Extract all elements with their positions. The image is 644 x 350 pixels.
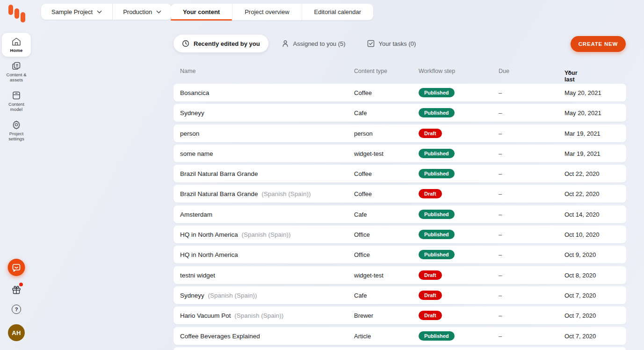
environment-name: Production [123,8,152,15]
cell-name: some name [180,150,213,157]
table-row[interactable]: Sydneyy (Spanish (Spain)) Cafe Draft – O… [174,286,626,304]
sort-desc-icon: ▼ [568,70,572,74]
cell-last-edit: Oct 14, 2020 [564,211,599,218]
filter-assigned-to-you[interactable]: Assigned to you (5) [273,35,354,52]
filter-your-tasks[interactable]: Your tasks (0) [359,35,425,52]
project-name: Sample Project [51,8,93,15]
logo-bar [8,5,13,15]
sidebar-item-label: Home [10,48,23,53]
tab-your-content[interactable]: Your content [171,4,232,20]
column-header-workflow-step[interactable]: Workflow step [419,68,455,74]
filter-recently-edited[interactable]: Recently edited by you [174,35,268,52]
cell-content-type: Cafe [354,211,367,218]
table-row[interactable]: Coffee Beverages Explained Article Publi… [174,327,626,345]
cell-language-variant: (Spanish (Spain)) [240,231,291,238]
cell-language-variant: (Spanish (Spain)) [260,190,311,197]
table-row-partial[interactable] [174,347,626,350]
filter-bar: Recently edited by you Assigned to you (… [174,35,424,52]
cell-last-edit: Oct 7, 2020 [564,292,596,299]
cell-due: – [499,170,502,177]
workflow-step-badge: Published [419,88,455,97]
sidebar: Home Content & assets Content model [0,0,33,350]
user-avatar[interactable]: AH [8,324,25,341]
cell-last-edit: May 20, 2021 [564,89,601,96]
cell-name: Coffee Beverages Explained [180,332,260,339]
workflow-step-badge: Draft [419,291,442,300]
cell-language-variant: (Spanish (Spain)) [206,292,257,299]
logo-bar [14,8,19,19]
table-row[interactable]: some name widget-test Published – Mar 19… [174,145,626,162]
cell-content-type: Coffee [354,170,372,177]
cell-name: HQ in North America [180,251,238,258]
cell-content-type: Article [354,332,371,339]
filter-label: Recently edited by you [194,40,260,47]
sidebar-item-content-assets[interactable]: Content & assets [2,57,31,86]
cell-last-edit: Mar 19, 2021 [564,150,601,157]
cell-due: – [499,190,502,197]
column-header-due[interactable]: Due [499,68,509,74]
cell-due: – [499,130,502,137]
cell-content-type: Coffee [354,89,372,96]
cell-content-type: Cafe [354,109,367,117]
workflow-step-badge: Draft [419,129,442,138]
project-selector[interactable]: Sample Project [41,4,112,20]
sidebar-item-content-model[interactable]: Content model [2,87,31,116]
table-row[interactable]: Hario Vacuum Pot (Spanish (Spain)) Brewe… [174,306,626,324]
cell-name: Amsterdam [180,211,212,218]
cell-due: – [499,109,502,117]
filter-label: Your tasks (0) [379,40,416,47]
clock-icon [182,40,189,47]
table-row[interactable]: Brazil Natural Barra Grande Coffee Publi… [174,165,626,182]
table-row[interactable]: HQ in North America Office Published – O… [174,246,626,263]
cell-due: – [499,251,502,258]
content-model-icon [11,91,22,100]
content-assets-icon [11,61,22,71]
filter-label: Assigned to you (5) [293,40,346,47]
cell-name: Hario Vacuum Pot (Spanish (Spain)) [180,312,283,319]
cell-name: Brazil Natural Barra Grande (Spanish (Sp… [180,190,311,197]
sidebar-item-home[interactable]: Home [2,33,31,57]
kontent-logo[interactable] [7,4,28,23]
workflow-step-badge: Draft [419,189,442,198]
sidebar-item-label: Content model [3,102,30,112]
table-row[interactable]: Sydneyy Cafe Published – May 20, 2021 [174,104,626,122]
tab-editorial-calendar[interactable]: Editorial calendar [302,4,373,20]
column-header-name[interactable]: Name [180,68,195,74]
cell-due: – [499,271,502,278]
cell-last-edit: Oct 22, 2020 [564,190,599,197]
home-icon [11,37,22,46]
project-switcher: Sample Project Production [41,4,172,20]
cell-last-edit: Oct 10, 2020 [564,231,599,238]
cell-due: – [499,89,502,96]
table-row[interactable]: Brazil Natural Barra Grande (Spanish (Sp… [174,185,626,203]
cell-name: Brazil Natural Barra Grande [180,170,258,177]
cell-due: – [499,211,502,218]
cell-content-type: widget-test [354,271,384,278]
cell-content-type: Coffee [354,190,372,197]
cell-name: Sydneyy (Spanish (Spain)) [180,292,257,299]
table-row[interactable]: HQ in North America (Spanish (Spain)) Of… [174,226,626,243]
app-screen: Home Content & assets Content model [0,0,644,350]
cell-name: person [180,130,199,137]
table-row[interactable]: testni widget widget-test Draft – Oct 8,… [174,266,626,284]
table-row[interactable]: Bosancica Coffee Published – May 20, 202… [174,84,626,102]
cell-name: HQ in North America (Spanish (Spain)) [180,231,291,238]
column-header-content-type[interactable]: Content type [354,68,387,74]
table-row[interactable]: Amsterdam Cafe Published – Oct 14, 2020 [174,205,626,223]
whats-new-button[interactable] [11,284,22,295]
tab-project-overview[interactable]: Project overview [232,4,301,20]
environment-selector[interactable]: Production [113,4,172,20]
chat-button[interactable] [8,259,25,276]
cell-last-edit: Oct 8, 2020 [564,271,596,278]
cell-last-edit: Mar 19, 2021 [564,130,601,137]
sidebar-item-project-settings[interactable]: Project settings [2,116,31,145]
table-body: Bosancica Coffee Published – May 20, 202… [174,84,626,347]
notification-dot [19,283,23,286]
workflow-step-badge: Published [419,108,455,117]
workflow-step-badge: Published [419,210,455,219]
create-new-button[interactable]: CREATE NEW [571,36,626,52]
cell-last-edit: Oct 22, 2020 [564,170,599,177]
cell-last-edit: May 20, 2021 [564,109,601,117]
help-button[interactable]: ? [12,305,21,314]
table-row[interactable]: person person Draft – Mar 19, 2021 [174,124,626,142]
